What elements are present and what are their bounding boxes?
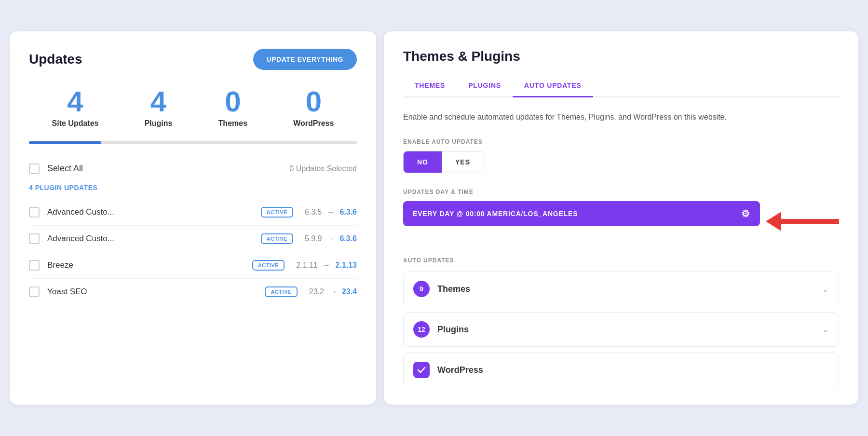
accordion-header[interactable]: 9 Themes ⌄: [404, 272, 839, 306]
wordpress-label: WordPress: [437, 365, 483, 375]
stat-label-wordpress: WordPress: [293, 119, 334, 128]
accordion-count: 9: [413, 281, 430, 297]
stat-label-plugins: Plugins: [145, 119, 173, 128]
status-badge: ACTIVE: [261, 207, 293, 218]
update-everything-button[interactable]: UPDATE EVERYTHING: [253, 49, 357, 70]
wordpress-checkbox[interactable]: [413, 362, 430, 378]
chevron-down-icon: ⌄: [822, 284, 829, 294]
accordion-item: 12 Plugins ⌄: [403, 312, 839, 347]
stat-wordpress: 0 WordPress: [293, 87, 334, 128]
version-info: 23.2 → 23.4: [309, 287, 357, 296]
enable-auto-updates-label: ENABLE AUTO UPDATES: [403, 138, 839, 145]
plugin-name: Yoast SEO: [47, 287, 265, 297]
table-row: Breeze ACTIVE 2.1.11 → 2.1.13: [29, 252, 357, 279]
updates-selected-count: 0 Updates Selected: [289, 164, 357, 173]
description-text: Enable and schedule automated updates fo…: [403, 111, 839, 123]
version-info: 6.3.5 → 6.3.6: [305, 208, 357, 217]
chevron-down-icon: ⌄: [822, 324, 829, 335]
progress-bar-fill: [29, 141, 101, 144]
stat-plugins: 4 Plugins: [145, 87, 173, 128]
stat-number-site: 4: [52, 87, 99, 116]
left-panel: Updates UPDATE EVERYTHING 4 Site Updates…: [10, 31, 376, 405]
select-all-left: Select All: [29, 164, 83, 174]
select-all-row: Select All 0 Updates Selected: [29, 158, 357, 180]
status-badge: ACTIVE: [252, 260, 285, 271]
accordion-item: 9 Themes ⌄: [403, 272, 839, 306]
stat-label-themes: Themes: [218, 119, 247, 128]
tab-auto-updates[interactable]: AUTO UPDATES: [513, 76, 593, 97]
right-panel-title: Themes & Plugins: [403, 49, 839, 64]
plugin-checkbox[interactable]: [29, 286, 40, 297]
plugin-name: Advanced Custo...: [47, 234, 261, 244]
arrow-shaft: [781, 219, 839, 224]
page-title: Updates: [29, 52, 82, 67]
status-badge: ACTIVE: [265, 286, 297, 297]
plugin-name: Breeze: [47, 260, 252, 270]
select-all-label: Select All: [47, 164, 83, 174]
table-row: Advanced Custo... ACTIVE 5.9.9 → 6.3.6: [29, 226, 357, 252]
accordion-header[interactable]: 12 Plugins ⌄: [404, 313, 839, 346]
wordpress-row: WordPress: [403, 353, 839, 387]
panel-header: Updates UPDATE EVERYTHING: [29, 49, 357, 70]
toggle-yes-button[interactable]: YES: [442, 151, 484, 173]
red-arrow: [766, 212, 839, 231]
stat-themes: 0 Themes: [218, 87, 247, 128]
arrow-head: [766, 212, 781, 231]
table-row: Advanced Custo... ACTIVE 6.3.5 → 6.3.6: [29, 199, 357, 226]
version-info: 5.9.9 → 6.3.6: [305, 234, 357, 243]
tabs-row: THEMESPLUGINSAUTO UPDATES: [403, 76, 839, 97]
toggle-no-button[interactable]: NO: [404, 151, 442, 173]
schedule-wrapper: EVERY DAY @ 00:00 AMERICA/LOS_ANGELES ⚙: [403, 201, 839, 242]
schedule-label: UPDATES DAY & TIME: [403, 189, 839, 195]
plugin-checkbox[interactable]: [29, 207, 40, 218]
gear-icon[interactable]: ⚙: [741, 208, 750, 219]
plugin-checkbox[interactable]: [29, 233, 40, 244]
accordion-count: 12: [413, 321, 430, 338]
stats-row: 4 Site Updates 4 Plugins 0 Themes 0 Word…: [29, 87, 357, 128]
table-row: Yoast SEO ACTIVE 23.2 → 23.4: [29, 279, 357, 305]
accordion-title: Themes: [437, 284, 822, 294]
stat-number-themes: 0: [218, 87, 247, 116]
stat-site-updates: 4 Site Updates: [52, 87, 99, 128]
right-panel: Themes & Plugins THEMESPLUGINSAUTO UPDAT…: [384, 31, 858, 405]
version-info: 2.1.11 → 2.1.13: [296, 261, 357, 270]
plugin-name: Advanced Custo...: [47, 207, 261, 217]
select-all-checkbox[interactable]: [29, 164, 40, 174]
status-badge: ACTIVE: [261, 233, 293, 244]
plugin-checkbox[interactable]: [29, 260, 40, 271]
toggle-group: NO YES: [403, 151, 484, 173]
tab-plugins[interactable]: PLUGINS: [457, 76, 513, 97]
schedule-bar[interactable]: EVERY DAY @ 00:00 AMERICA/LOS_ANGELES ⚙: [403, 201, 760, 226]
plugin-updates-section-label: 4 PLUGIN UPDATES: [29, 184, 357, 191]
plugin-list: Advanced Custo... ACTIVE 6.3.5 → 6.3.6 A…: [29, 199, 357, 305]
schedule-bar-text: EVERY DAY @ 00:00 AMERICA/LOS_ANGELES: [413, 210, 741, 218]
stat-label-site: Site Updates: [52, 119, 99, 128]
checkmark-icon: [417, 366, 426, 374]
accordion-title: Plugins: [437, 325, 822, 335]
accordion-list: 9 Themes ⌄ 12 Plugins ⌄: [403, 272, 839, 347]
stat-number-wordpress: 0: [293, 87, 334, 116]
progress-bar-container: [29, 141, 357, 144]
stat-number-plugins: 4: [145, 87, 173, 116]
tab-themes[interactable]: THEMES: [403, 76, 457, 97]
auto-updates-section-label: AUTO UPDATES: [403, 257, 839, 264]
